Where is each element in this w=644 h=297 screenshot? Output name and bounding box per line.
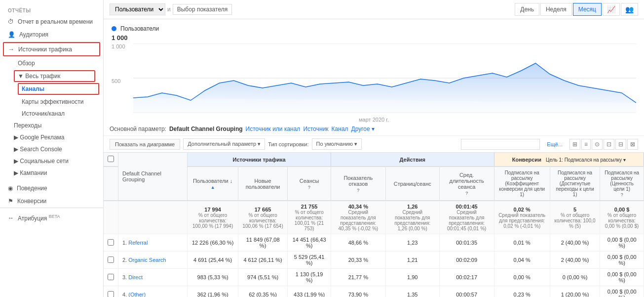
btn-show-diagram[interactable]: Показать на диаграмме [110, 139, 180, 150]
btn-view-map[interactable]: ⊡ [604, 139, 614, 150]
primary-param-active: Default Channel Grouping [169, 126, 243, 132]
select-all-checkbox[interactable] [108, 156, 114, 162]
total-conv-value: 0,00 $ % от общего количества: 0,00 % (0… [600, 201, 644, 234]
sidebar-item-audience[interactable]: 👤 Аудитория [0, 28, 103, 41]
row-conv-rate-1: 0,04 % [494, 252, 550, 269]
sidebar-behavior-label: Поведение [17, 185, 47, 192]
th-conv-rate[interactable]: Подписался на рассылку (Коэффициент конв… [494, 167, 550, 201]
sidebar-item-search-console[interactable]: ▶ Search Console [0, 143, 103, 155]
chart-y-labels: 1 000 500 [112, 43, 131, 113]
row-checkbox-1[interactable] [104, 252, 118, 269]
row-conv-rate-3: 0,23 % [494, 286, 550, 297]
row-checkbox-0[interactable] [104, 234, 118, 252]
btn-view-bar[interactable]: ≡ [581, 139, 591, 150]
param-link-source-channel[interactable]: Источник или канал [246, 126, 301, 132]
row-link-3[interactable]: (Other) [128, 292, 146, 297]
param-link-other[interactable]: Другое ▾ [351, 126, 375, 132]
sidebar-item-campaigns[interactable]: ▶ Кампании [0, 167, 103, 179]
btn-month[interactable]: Месяц [573, 3, 602, 16]
metric-label: Пользователи [120, 25, 159, 32]
btn-user-view[interactable]: 👥 [621, 3, 638, 16]
row-conv-value-1: 0,00 $ (0,00 %) [600, 252, 644, 269]
param-link-channel[interactable]: Канал [332, 126, 348, 132]
row-duration-1: 00:02:09 [439, 252, 494, 269]
search-input[interactable] [461, 139, 540, 150]
row-pages-1: 1,21 [385, 252, 439, 269]
metric-chooser-btn[interactable]: Выбор показателя [173, 4, 232, 15]
th-duration[interactable]: Сред. длительность сеанса? [439, 167, 494, 201]
btn-view-pivot[interactable]: ⊟ [615, 139, 626, 150]
th-conv-goals[interactable]: Подписался на рассылку (Достигнутые пере… [550, 167, 600, 201]
main-content: Пользователи и Выбор показателя День Нед… [104, 0, 644, 297]
sidebar-item-source-channel[interactable]: Источник/канал [0, 108, 103, 120]
btn-view-pie[interactable]: ⊙ [592, 139, 603, 150]
behavior-icon: ◉ [8, 185, 13, 192]
row-label-3: 4. (Other) [118, 286, 188, 297]
sidebar-item-all-traffic[interactable]: ▼ Весь трафик [15, 71, 94, 81]
row-sessions-1: 5 529 (25,41 %) [288, 252, 331, 269]
th-bounce[interactable]: Показатель отказов? [331, 167, 385, 201]
param-link-source[interactable]: Источник [303, 126, 328, 132]
sidebar-item-social[interactable]: ▶ Социальные сети [0, 155, 103, 167]
row-sessions-2: 1 130 (5,19 %) [288, 269, 331, 286]
btn-sort[interactable]: По умолчанию ▾ [312, 138, 362, 150]
sidebar-item-google-ads[interactable]: ▶ Google Реклама [0, 131, 103, 143]
row-checkbox-3[interactable] [104, 286, 118, 297]
row-link-0[interactable]: Referral [128, 240, 148, 246]
primary-param-label: Основной параметр: [110, 126, 166, 132]
row-sessions-0: 14 451 (66,43 %) [288, 234, 331, 252]
sidebar-item-overview[interactable]: Обзор [0, 57, 103, 69]
btn-chart-view[interactable]: 📈 [603, 3, 620, 16]
row-bounce-1: 20,33 % [331, 252, 385, 269]
th-group-traffic: Источники трафика [188, 153, 331, 167]
row-conv-value-2: 0,00 $ (0,00 %) [600, 269, 644, 286]
sidebar-item-behavior[interactable]: ◉ Поведение [0, 182, 103, 195]
th-channel: Default Channel Grouping [118, 153, 188, 201]
sidebar-item-referrals[interactable]: Переходы [0, 120, 103, 131]
row-conv-goals-3: 1 (20,00 %) [550, 286, 600, 297]
th-checkbox[interactable] [104, 153, 118, 167]
btn-week[interactable]: Неделя [540, 3, 572, 16]
btn-view-table[interactable]: ⊞ [569, 139, 580, 150]
sidebar-item-conversions[interactable]: ⚑ Конверсии [0, 195, 103, 208]
row-pages-2: 1,90 [385, 269, 439, 286]
btn-view-custom[interactable]: ⊠ [627, 139, 638, 150]
chart-x-label: март 2020 г. [359, 117, 389, 123]
btn-add-param[interactable]: Дополнительный параметр ▾ [183, 138, 265, 150]
row-link-2[interactable]: Direct [128, 274, 143, 280]
row-link-1[interactable]: Organic Search [128, 257, 166, 263]
row-new-users-2: 974 (5,51 %) [238, 269, 288, 286]
metric-selector[interactable]: Пользователи [110, 3, 165, 15]
row-sessions-3: 433 (1,99 %) [288, 286, 331, 297]
table-row: 1. Referral 12 226 (66,30 %) 11 849 (67,… [104, 234, 644, 252]
y-label-1000: 1 000 [112, 43, 131, 49]
sidebar-item-efficiency-maps[interactable]: Карты эффективности [0, 96, 103, 108]
row-conv-rate-2: 0,00 % [494, 269, 550, 286]
row-checkbox-2[interactable] [104, 269, 118, 286]
row-duration-0: 00:01:35 [439, 234, 494, 252]
row-new-users-3: 62 (0,35 %) [238, 286, 288, 297]
th-users[interactable]: Пользователи ↓▲ [188, 167, 238, 201]
total-label [118, 201, 188, 234]
row-conv-value-3: 0,00 $ (0,00 %) [600, 286, 644, 297]
total-bounce: 40,34 % Средний показатель для представл… [331, 201, 385, 234]
row-pages-3: 1,35 [385, 286, 439, 297]
sidebar-item-realtime[interactable]: ⏱ Отчет в реальном времени [0, 15, 103, 28]
chart-value: 1 000 [112, 34, 636, 42]
sidebar-item-attribution[interactable]: ↔ Атрибуция BETA [0, 211, 103, 225]
total-new-users: 17 665 % от общего количества: 100,06 % … [238, 201, 288, 234]
th-pages[interactable]: Страниц/сеанс [385, 167, 439, 201]
btn-more[interactable]: Ещё... [543, 139, 567, 149]
th-new-users[interactable]: Новые пользователи [238, 167, 288, 201]
btn-day[interactable]: День [515, 3, 539, 16]
sidebar-realtime-label: Отчет в реальном времени [18, 18, 93, 25]
table-row: 4. (Other) 362 (1,96 %) 62 (0,35 %) 433 … [104, 286, 644, 297]
sidebar-item-traffic-sources[interactable]: → Источники трафика [4, 43, 99, 55]
sidebar-item-channels[interactable]: Каналы [19, 84, 98, 94]
total-sessions: 21 755 % от общего количества: 100,01 % … [288, 201, 331, 234]
th-sessions[interactable]: Сеансы? [288, 167, 331, 201]
row-label-2: 3. Direct [118, 269, 188, 286]
th-conv-value[interactable]: Подписался на рассылку (Ценность цели 1)… [600, 167, 644, 201]
table-area: Default Channel Grouping Источники трафи… [104, 153, 644, 297]
arrow-icon: → [8, 45, 14, 53]
